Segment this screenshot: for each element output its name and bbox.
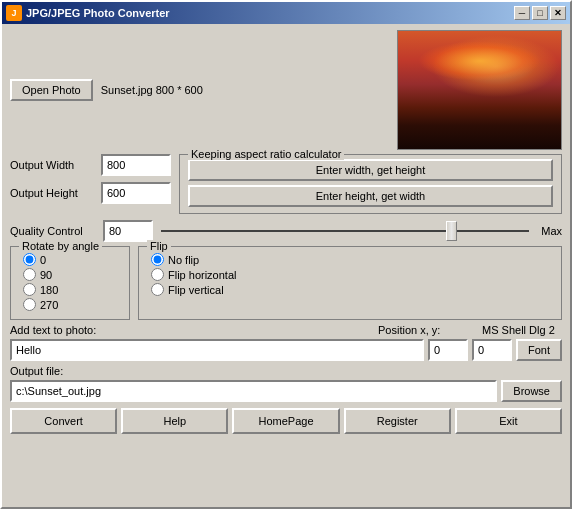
open-photo-button[interactable]: Open Photo	[10, 79, 93, 101]
rotate-180-label[interactable]: 180	[40, 284, 58, 296]
maximize-button[interactable]: □	[532, 6, 548, 20]
rotate-90-label[interactable]: 90	[40, 269, 52, 281]
quality-slider-container	[161, 221, 529, 241]
rotate-270-row: 270	[23, 298, 117, 311]
position-x-input[interactable]	[428, 339, 468, 361]
output-width-row: Output Width	[10, 154, 171, 176]
font-button[interactable]: Font	[516, 339, 562, 361]
photo-preview	[397, 30, 562, 150]
rotate-group: Rotate by angle 0 90 180 270	[10, 246, 130, 320]
title-bar-buttons: ─ □ ✕	[514, 6, 566, 20]
rotate-0-row: 0	[23, 253, 117, 266]
output-height-label: Output Height	[10, 187, 95, 199]
rotate-90-radio[interactable]	[23, 268, 36, 281]
app-icon: J	[6, 5, 22, 21]
aspect-legend: Keeping aspect ratio calculator	[188, 148, 344, 160]
homepage-button[interactable]: HomePage	[232, 408, 339, 434]
enter-width-button[interactable]: Enter width, get height	[188, 159, 553, 181]
convert-button[interactable]: Convert	[10, 408, 117, 434]
rotate-90-row: 90	[23, 268, 117, 281]
flip-vertical-row: Flip vertical	[151, 283, 549, 296]
rotate-180-row: 180	[23, 283, 117, 296]
quality-slider[interactable]	[161, 221, 529, 241]
max-label: Max	[541, 225, 562, 237]
quality-label: Quality Control	[10, 225, 95, 237]
options-row: Rotate by angle 0 90 180 270	[10, 246, 562, 320]
flip-vertical-label[interactable]: Flip vertical	[168, 284, 224, 296]
addtext-label-row: Add text to photo: Position x, y: MS She…	[10, 324, 562, 336]
flip-none-label[interactable]: No flip	[168, 254, 199, 266]
rotate-270-label[interactable]: 270	[40, 299, 58, 311]
position-xy-label: Position x, y:	[378, 324, 478, 336]
position-y-input[interactable]	[472, 339, 512, 361]
addtext-area: Add text to photo: Position x, y: MS She…	[10, 324, 562, 361]
flip-none-radio[interactable]	[151, 253, 164, 266]
output-height-row: Output Height	[10, 182, 171, 204]
addtext-label: Add text to photo:	[10, 324, 378, 336]
minimize-button[interactable]: ─	[514, 6, 530, 20]
aspect-ratio-group: Keeping aspect ratio calculator Enter wi…	[179, 154, 562, 214]
font-name-label: MS Shell Dlg 2	[482, 324, 562, 336]
main-window: J JPG/JPEG Photo Converter ─ □ ✕ Open Ph…	[0, 0, 572, 509]
close-button[interactable]: ✕	[550, 6, 566, 20]
rotate-0-label[interactable]: 0	[40, 254, 46, 266]
output-height-input[interactable]	[101, 182, 171, 204]
rotate-180-radio[interactable]	[23, 283, 36, 296]
dimensions-area: Output Width Output Height Keeping aspec…	[10, 154, 562, 214]
rotate-0-radio[interactable]	[23, 253, 36, 266]
quality-input[interactable]	[103, 220, 153, 242]
outputfile-area: Output file: Browse	[10, 365, 562, 402]
output-width-label: Output Width	[10, 159, 95, 171]
top-row: Open Photo Sunset.jpg 800 * 600	[10, 30, 562, 150]
output-width-input[interactable]	[101, 154, 171, 176]
bottom-buttons: Convert Help HomePage Register Exit	[10, 408, 562, 434]
flip-horizontal-radio[interactable]	[151, 268, 164, 281]
title-bar: J JPG/JPEG Photo Converter ─ □ ✕	[2, 2, 570, 24]
browse-button[interactable]: Browse	[501, 380, 562, 402]
addtext-input[interactable]	[10, 339, 424, 361]
rotate-270-radio[interactable]	[23, 298, 36, 311]
dims-left: Output Width Output Height	[10, 154, 171, 204]
window-body: Open Photo Sunset.jpg 800 * 600 Output W…	[2, 24, 570, 507]
outputfile-row: Browse	[10, 380, 562, 402]
outputfile-label: Output file:	[10, 365, 562, 377]
filename-display: Sunset.jpg 800 * 600	[101, 84, 389, 96]
title-bar-left: J JPG/JPEG Photo Converter	[6, 5, 170, 21]
help-button[interactable]: Help	[121, 408, 228, 434]
enter-height-button[interactable]: Enter height, get width	[188, 185, 553, 207]
flip-legend: Flip	[147, 240, 171, 252]
flip-none-row: No flip	[151, 253, 549, 266]
outputfile-input[interactable]	[10, 380, 497, 402]
sun-rays-decoration	[398, 31, 561, 149]
rotate-legend: Rotate by angle	[19, 240, 102, 252]
flip-horizontal-row: Flip horizontal	[151, 268, 549, 281]
addtext-inputs-row: Font	[10, 339, 562, 361]
exit-button[interactable]: Exit	[455, 408, 562, 434]
window-title: JPG/JPEG Photo Converter	[26, 7, 170, 19]
flip-horizontal-label[interactable]: Flip horizontal	[168, 269, 236, 281]
flip-group: Flip No flip Flip horizontal Flip vertic…	[138, 246, 562, 320]
quality-row: Quality Control Max	[10, 220, 562, 242]
register-button[interactable]: Register	[344, 408, 451, 434]
flip-vertical-radio[interactable]	[151, 283, 164, 296]
